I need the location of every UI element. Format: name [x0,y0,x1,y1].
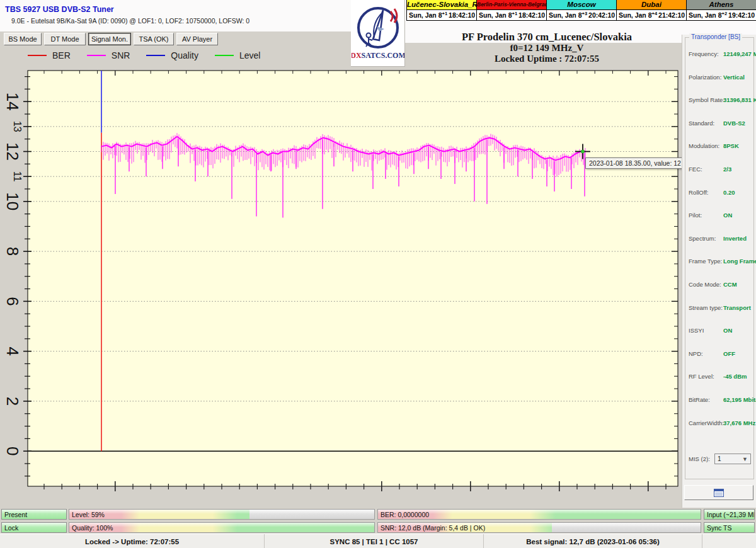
transponder-field-polarization: Polarization:Vertical [689,72,752,82]
legend-line-swatch [146,55,165,56]
clock-3: MoscowSun, Jan 8+320:42:10 [547,0,617,21]
tab-dt-mode[interactable]: DT Mode [44,33,86,45]
ts-list-icon [714,489,724,497]
clock-city: Athens [687,0,756,10]
chart-legend: BERSNRQualityLevel [28,50,260,60]
field-label: Code Mode: [689,281,723,288]
field-value: -45 dBm [723,373,747,380]
clock-1: Lučenec-Slovakia_R.DávidSun, Jan 8+118:4… [407,0,477,21]
svg-text:0: 0 [3,447,22,455]
svg-text:4: 4 [3,346,22,355]
chart-frequency: f0=12 149 MHz_V [408,43,685,54]
field-label: Frame Type: [689,258,723,265]
lock-indicator: Lock [1,522,67,533]
transponder-field-carrierwidth: CarrierWidth:37,676 MHz [689,418,752,428]
transponder-field-rolloff: RollOff:0.20 [689,188,752,197]
legend-item-level: Level [215,50,260,60]
svg-text:2: 2 [3,397,22,406]
field-label: Polarization: [689,74,723,81]
transponder-field-spectrum: Spectrum:Inverted [689,234,752,243]
field-value: DVB-S2 [723,120,745,127]
mis-dropdown[interactable]: 1 ▼ [714,454,751,464]
clock-datetime: Sun, Jan 8+320:42:10 [547,10,616,21]
field-label: NPD: [689,350,723,357]
chart-title-block: PF Prodelin 370 cm_Lucenec/Slovakia f0=1… [408,31,685,64]
mis-label: MIS (2): [689,455,710,462]
clock-2: Berlin-Paris-Vienna-BelgradeSun, Jan 8+1… [477,0,547,21]
meter-label: Level: 59% [72,510,105,519]
clock-datetime: Sun, Jan 8+118:42:10 [407,10,476,21]
ts-stream-button[interactable] [684,485,753,500]
field-value: Transport [723,304,751,311]
field-value: OFF [723,350,735,357]
transponder-field-streamtype: Stream type:Transport [689,303,752,312]
field-value: 0.20 [723,189,735,196]
logo-satcs: SATCS.COM [361,51,404,60]
field-label: Pilot: [689,212,723,219]
satellite-dish-icon: DXSATCS.COM [352,0,404,66]
status-bar: Locked -> Uptime: 72:07:55 SYNC 85 | TEI… [0,534,756,548]
input-bitrate-indicator: Input (~21,39 Mbps) [704,509,755,520]
statusbar-best-signal: Best signal: 12,7 dB (2023-01-06 05:36) [484,534,702,548]
field-label: FEC: [689,166,723,173]
field-value: 8PSK [723,142,739,149]
clock-city: Berlin-Paris-Vienna-Belgrade [477,0,546,10]
satellite-subtitle: 9.0E - Eutelsat 9B/Ka-Sat 9A (ID: 0090) … [11,17,249,25]
transponder-fields: Frequency:12149,247 MHzPolarization:Vert… [689,49,752,441]
legend-label: SNR [112,50,130,60]
tab-av-player[interactable]: AV Player [176,33,218,45]
statusbar-uptime: Locked -> Uptime: 72:07:55 [0,534,265,548]
field-value: 37,676 MHz [723,420,755,426]
legend-item-quality: Quality [146,50,198,60]
field-value: 31396,831 KS/s [723,96,756,103]
clock-4: DubaiSun, Jan 8+421:42:10 [617,0,687,21]
field-value: Inverted [723,235,747,242]
meter-sheen [69,523,374,527]
transponder-field-bitrate: BitRate:62,195 Mbit/s [689,395,752,404]
legend-label: Level [239,50,260,60]
meter-sheen [69,510,374,514]
legend-item-ber: BER [28,50,71,60]
field-label: Standard: [689,120,723,127]
svg-text:10: 10 [3,192,22,210]
snr-chart-plot[interactable]: 024681011121314 [0,66,682,508]
field-value: 2/3 [723,166,731,173]
transponder-field-npd: NPD:OFF [689,349,752,358]
legend-label: BER [52,50,71,60]
field-label: Stream type: [689,304,723,311]
field-value: CCM [723,281,737,288]
chart-uptime: Locked Uptime : 72:07:55 [408,54,685,64]
tab-signal-mon-[interactable]: Signal Mon. [88,33,131,45]
clock-city: Moscow [547,0,616,10]
meter-label: SNR: 12,0 dB (Margin: 5,4 dB | OK) [381,523,485,532]
svg-text:DXSATCS.COM: DXSATCS.COM [352,51,404,60]
field-label: BitRate: [689,396,723,403]
transponder-field-frametype: Frame Type:Long Frame [689,256,752,266]
transponder-field-symbolrate: Symbol Rate:31396,831 KS/s [689,95,752,105]
clock-datetime: Sun, Jan 8+118:42:10 [477,10,546,21]
present-indicator: Present [1,509,67,520]
tab-bs-mode[interactable]: BS Mode [4,33,42,45]
transponder-field-frequency: Frequency:12149,247 MHz [689,49,752,59]
svg-text:11: 11 [12,171,23,182]
field-label: Frequency: [689,50,723,57]
transponder-field-standard: Standard:DVB-S2 [689,118,752,128]
clock-city: Dubai [617,0,686,10]
clock-5: AthensSun, Jan 8+219:42:10 [687,0,756,21]
transponder-field-issyi: ISSYION [689,326,752,335]
chart-title: PF Prodelin 370 cm_Lucenec/Slovakia [408,31,685,43]
ber-meter: BER: 0,0000000 [377,509,701,520]
statusbar-sync-counters: SYNC 85 | TEI 1 | CC 1057 [265,534,484,548]
svg-text:8: 8 [3,247,22,256]
clock-city: Lučenec-Slovakia_R.Dávid [407,0,476,10]
svg-text:14: 14 [3,93,22,111]
tab-tsa-ok-[interactable]: TSA (OK) [134,33,174,45]
clock-datetime: Sun, Jan 8+219:42:10 [687,10,756,21]
transponder-field-fec: FEC:2/3 [689,164,752,174]
field-label: CarrierWidth: [689,420,723,426]
tab-strip: BS ModeDT ModeSignal Mon.TSA (OK)AV Play… [4,33,218,45]
legend-label: Quality [171,50,198,60]
svg-text:13: 13 [12,121,23,132]
chart-tooltip: 2023-01-08 18.35.00, value: 12 [585,157,685,169]
svg-text:12: 12 [3,142,22,161]
